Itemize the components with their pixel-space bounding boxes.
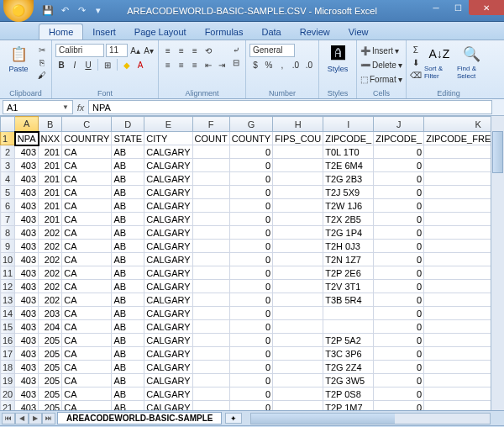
cell[interactable]: AB — [112, 186, 144, 199]
number-format-combo[interactable]: General — [249, 44, 295, 57]
cell[interactable] — [273, 199, 323, 213]
clear-icon[interactable]: ⌫ — [410, 69, 422, 81]
cell[interactable]: 403 — [15, 334, 39, 347]
cell[interactable]: 403 — [15, 172, 39, 186]
minimize-button[interactable]: ─ — [425, 0, 447, 15]
row-header[interactable]: 12 — [1, 280, 15, 293]
indent-increase-icon[interactable]: ⇥ — [216, 59, 228, 71]
office-button[interactable]: 🟡 — [3, 0, 34, 22]
cell[interactable]: CALGARY — [144, 347, 192, 361]
worksheet-grid[interactable]: ABCDEFGHIJKL1NPANXXCOUNTRYSTATECITYCOUNT… — [0, 116, 504, 410]
cell[interactable]: 0 — [229, 347, 272, 361]
cell[interactable]: 205 — [39, 401, 62, 411]
cell[interactable]: CALGARY — [144, 199, 192, 213]
indent-decrease-icon[interactable]: ⇤ — [202, 59, 214, 71]
scroll-thumb[interactable] — [492, 131, 503, 173]
col-header[interactable]: A — [15, 117, 39, 132]
cell[interactable] — [192, 266, 229, 280]
cell[interactable]: 0 — [229, 361, 272, 374]
align-left-icon[interactable]: ≡ — [162, 59, 174, 71]
cell[interactable]: 0 — [374, 253, 424, 266]
font-name-combo[interactable]: Calibri — [55, 44, 104, 57]
cell[interactable] — [192, 213, 229, 226]
cut-icon[interactable]: ✂ — [36, 44, 48, 55]
cell[interactable] — [273, 159, 323, 172]
col-header[interactable]: B — [39, 117, 62, 132]
cell[interactable]: CALGARY — [144, 387, 192, 401]
cell[interactable]: AB — [112, 266, 144, 280]
align-right-icon[interactable]: ≡ — [189, 59, 201, 71]
cell[interactable]: T2G 2Z4 — [323, 361, 374, 374]
cell[interactable] — [323, 307, 374, 320]
cell[interactable]: 0 — [229, 293, 272, 307]
cell[interactable]: FIPS_COU — [273, 132, 323, 145]
align-middle-icon[interactable]: ≡ — [176, 45, 187, 56]
cell[interactable]: CA — [62, 374, 112, 387]
cell[interactable]: CALGARY — [144, 280, 192, 293]
cell[interactable]: T0L 1T0 — [323, 145, 374, 159]
cell[interactable]: CALGARY — [144, 374, 192, 387]
cell[interactable] — [273, 240, 323, 253]
cell[interactable]: AB — [112, 253, 144, 266]
cell[interactable]: CALGARY — [144, 226, 192, 240]
prev-sheet-icon[interactable]: ◀ — [15, 413, 29, 424]
sort-filter-button[interactable]: A↓Z Sort & Filter — [424, 44, 454, 80]
cell[interactable]: 0 — [374, 401, 424, 411]
cell[interactable]: AB — [112, 226, 144, 240]
cell[interactable]: 0 — [229, 172, 272, 186]
redo-icon[interactable]: ↷ — [76, 5, 87, 17]
cell[interactable]: 205 — [39, 387, 62, 401]
cell[interactable]: CA — [62, 199, 112, 213]
paste-button[interactable]: 📋 Paste — [3, 44, 34, 73]
cell[interactable]: CALGARY — [144, 401, 192, 411]
cell[interactable]: 403 — [15, 280, 39, 293]
align-center-icon[interactable]: ≡ — [176, 59, 187, 71]
cell[interactable]: COUNT — [192, 132, 229, 145]
cell[interactable]: 202 — [39, 280, 62, 293]
cell[interactable]: ZIPCODE_ — [374, 132, 424, 145]
cell[interactable] — [192, 374, 229, 387]
cell[interactable]: 403 — [15, 266, 39, 280]
row-header[interactable]: 15 — [1, 320, 15, 334]
cell[interactable] — [192, 159, 229, 172]
cell[interactable]: 201 — [39, 186, 62, 199]
cell[interactable]: 0 — [229, 159, 272, 172]
close-button[interactable]: ✕ — [469, 0, 504, 15]
cell[interactable] — [273, 172, 323, 186]
cell[interactable]: CA — [62, 307, 112, 320]
row-header[interactable]: 8 — [1, 226, 15, 240]
cell[interactable]: CA — [62, 226, 112, 240]
styles-button[interactable]: 🅰 Styles — [323, 44, 353, 73]
cell[interactable]: CA — [62, 213, 112, 226]
tab-home[interactable]: Home — [39, 24, 83, 40]
cell[interactable]: CALGARY — [144, 293, 192, 307]
cell[interactable]: 0 — [374, 240, 424, 253]
cell[interactable]: CA — [62, 401, 112, 411]
cell[interactable]: AB — [112, 347, 144, 361]
cell[interactable]: AB — [112, 374, 144, 387]
cell[interactable] — [192, 145, 229, 159]
align-bottom-icon[interactable]: ≡ — [189, 45, 201, 56]
cell[interactable]: CALGARY — [144, 253, 192, 266]
cell[interactable]: 0 — [229, 186, 272, 199]
cell[interactable]: CA — [62, 280, 112, 293]
cell[interactable] — [273, 307, 323, 320]
fx-icon[interactable]: fx — [73, 103, 88, 113]
row-header[interactable]: 20 — [1, 387, 15, 401]
cell[interactable]: 0 — [374, 320, 424, 334]
cell[interactable]: AB — [112, 320, 144, 334]
cell[interactable]: 0 — [229, 199, 272, 213]
cell[interactable]: CALGARY — [144, 361, 192, 374]
fill-icon[interactable]: ⬇ — [410, 56, 422, 68]
cell[interactable]: 0 — [229, 253, 272, 266]
cell[interactable]: 0 — [229, 266, 272, 280]
cell[interactable]: 201 — [39, 213, 62, 226]
cell[interactable]: COUNTY — [229, 132, 272, 145]
cell[interactable]: 0 — [229, 374, 272, 387]
cell[interactable]: 0 — [374, 266, 424, 280]
cell[interactable]: CA — [62, 320, 112, 334]
cell[interactable] — [192, 361, 229, 374]
cell[interactable]: T3C 3P6 — [323, 347, 374, 361]
formula-input[interactable]: NPA — [88, 100, 492, 114]
cell[interactable]: T2H 0J3 — [323, 240, 374, 253]
